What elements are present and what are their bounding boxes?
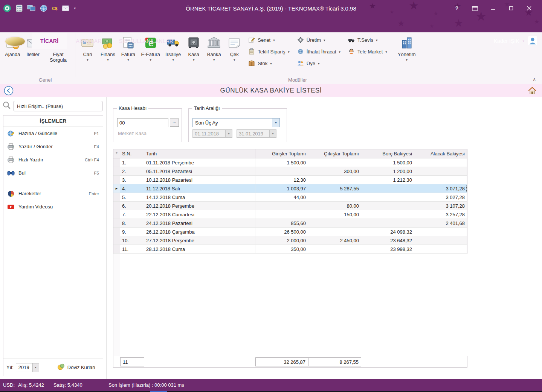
cell-cikis[interactable]: 150,00 [308, 210, 361, 219]
user-menu[interactable]: Kader IŞIK ▾ [494, 33, 537, 49]
row-selector[interactable] [113, 202, 120, 210]
ribbon-collapse-icon[interactable]: ∧ [533, 77, 536, 82]
cell-giris[interactable]: 26 500,00 [255, 228, 308, 236]
table-row[interactable]: 7.22.12.2018 Cumartesi150,003 257,28 [113, 210, 467, 219]
app-logo[interactable] [5, 36, 26, 47]
tab-araclar[interactable]: ARAÇLAR [67, 33, 110, 49]
tab-sik-kullanilanlar[interactable]: SIK KULLANILANLAR [110, 33, 182, 49]
kasa-hesabi-input[interactable] [117, 118, 168, 127]
date-from-field[interactable]: 01.11.2018 ▼ [192, 129, 232, 138]
ribbon-button-ithalat-ihracat[interactable]: İthalat İhracat ▾ [297, 48, 340, 55]
cell-cikis[interactable]: 80,00 [308, 202, 361, 210]
table-row[interactable]: 11.28.12.2018 Cuma350,0023 998,32 [113, 245, 467, 254]
cell-alacak[interactable] [414, 228, 467, 236]
cell-sn[interactable]: 1. [120, 158, 144, 167]
tab-ticari[interactable]: TİCARİ [32, 33, 67, 49]
cell-alacak[interactable] [414, 236, 467, 245]
cell-borc[interactable] [361, 219, 414, 227]
cell-sn[interactable]: 9. [120, 228, 144, 236]
row-selector[interactable]: ► [113, 184, 120, 193]
cell-sn[interactable]: 11. [120, 245, 144, 253]
row-selector[interactable] [113, 176, 120, 184]
table-row[interactable]: 2.05.11.2018 Pazartesi300,001 200,00 [113, 167, 467, 176]
cell-cikis[interactable]: 2 450,00 [308, 236, 361, 245]
cell-alacak[interactable]: 3 107,28 [414, 202, 467, 210]
sidebar-item-hazirla-guncelle[interactable]: Hazırla / Güncelle F1 [3, 127, 103, 140]
cell-tarih[interactable]: 14.12.2018 Cuma [144, 193, 255, 201]
cell-borc[interactable]: 23 648,32 [361, 236, 414, 245]
cell-sn[interactable]: 6. [120, 202, 144, 210]
cell-borc[interactable]: 1 500,00 [361, 158, 414, 167]
cell-tarih[interactable]: 10.12.2018 Pazartesi [144, 176, 255, 184]
cell-sn[interactable]: 5. [120, 193, 144, 201]
ribbon-button-tsevis[interactable]: T.Sevis ▾ [348, 36, 387, 44]
year-select[interactable]: 2019 ▾ [16, 363, 39, 372]
cell-cikis[interactable]: 300,00 [308, 167, 361, 175]
cell-cikis[interactable] [308, 176, 361, 184]
row-selector[interactable] [113, 219, 120, 227]
cell-tarih[interactable]: 28.12.2018 Cuma [144, 245, 255, 253]
cell-cikis[interactable]: 5 287,55 [308, 184, 361, 193]
cell-sn[interactable]: 8. [120, 219, 144, 227]
table-row[interactable]: 6.20.12.2018 Perşembe80,003 107,28 [113, 202, 467, 210]
cell-cikis[interactable] [308, 158, 361, 167]
sidebar-item-hizli-yazdir[interactable]: Hızlı Yazdır Ctrl+F4 [3, 153, 103, 166]
cell-alacak[interactable] [414, 167, 467, 175]
table-row[interactable]: 5.14.12.2018 Cuma44,003 027,28 [113, 193, 467, 202]
table-row[interactable]: 8.24.12.2018 Pazartesi855,602 401,68 [113, 219, 467, 228]
cell-sn[interactable]: 2. [120, 167, 144, 175]
cell-tarih[interactable]: 24.12.2018 Pazartesi [144, 219, 255, 227]
row-selector[interactable] [113, 228, 120, 236]
date-to-field[interactable]: 31.01.2019 ▼ [237, 129, 276, 138]
cell-alacak[interactable]: 2 401,68 [414, 219, 467, 227]
cell-giris[interactable] [255, 167, 308, 175]
ribbon-button-tele-market[interactable]: Tele Market ▾ [348, 48, 387, 55]
cell-giris[interactable]: 2 000,00 [255, 236, 308, 245]
header-tarih[interactable]: Tarih [144, 149, 255, 158]
kasa-browse-button[interactable]: ... [170, 119, 179, 127]
cell-cikis[interactable] [308, 193, 361, 201]
avatar[interactable] [528, 36, 537, 47]
header-cikis[interactable]: Çıkışlar Toplamı [308, 149, 361, 158]
row-selector[interactable] [113, 236, 120, 245]
cell-alacak[interactable] [414, 245, 467, 253]
ribbon-button-senet[interactable]: Senet ▾ [248, 36, 290, 44]
select-all-header[interactable]: * [113, 149, 120, 158]
window-mode-button[interactable] [466, 0, 484, 17]
cell-giris[interactable]: 855,60 [255, 219, 308, 227]
ribbon-button-yonetim[interactable]: Yönetim ▾ [395, 33, 418, 62]
sidebar-item-bul[interactable]: Bul F5 [3, 166, 103, 179]
cell-tarih[interactable]: 22.12.2018 Cumartesi [144, 210, 255, 219]
cell-tarih[interactable]: 05.11.2018 Pazartesi [144, 167, 255, 175]
ribbon-button-stok[interactable]: Stok ▾ [248, 59, 290, 67]
cell-sn[interactable]: 3. [120, 176, 144, 184]
cell-giris[interactable]: 1 003,97 [255, 184, 308, 193]
cell-alacak[interactable] [414, 176, 467, 184]
cell-cikis[interactable] [308, 219, 361, 227]
cell-sn[interactable]: 4. [120, 184, 144, 193]
cell-tarih[interactable]: 20.12.2018 Perşembe [144, 202, 255, 210]
cell-cikis[interactable] [308, 228, 361, 236]
cell-borc[interactable]: 24 098,32 [361, 228, 414, 236]
cell-sn[interactable]: 7. [120, 210, 144, 219]
doviz-kurlari-button[interactable]: Döviz Kurları [57, 363, 95, 372]
cell-tarih[interactable]: 11.12.2018 Salı [144, 184, 255, 193]
date-range-preset-select[interactable]: Son Üç Ay ▼ [192, 118, 280, 127]
cell-alacak[interactable]: 3 027,28 [414, 193, 467, 201]
cell-borc[interactable]: 1 212,30 [361, 176, 414, 184]
header-borc[interactable]: Borç Bakiyesi [361, 149, 414, 158]
cell-borc[interactable]: 1 200,00 [361, 167, 414, 175]
cell-alacak[interactable]: 3 257,28 [414, 210, 467, 219]
sidebar-item-yazdir-gonder[interactable]: Yazdır / Gönder F4 [3, 140, 103, 153]
table-row[interactable]: 1.01.11.2018 Perşembe1 500,001 500,00 [113, 158, 467, 167]
home-button[interactable] [528, 86, 537, 95]
back-button[interactable] [4, 86, 14, 96]
cell-borc[interactable] [361, 184, 414, 193]
table-row[interactable]: 3.10.12.2018 Pazartesi12,301 212,30 [113, 176, 467, 184]
search-input[interactable] [14, 101, 102, 111]
row-selector[interactable] [113, 245, 120, 253]
cell-giris[interactable]: 12,30 [255, 176, 308, 184]
row-selector[interactable] [113, 193, 120, 201]
cell-borc[interactable]: 23 998,32 [361, 245, 414, 253]
ribbon-button-uretim[interactable]: Üretim ▾ [297, 36, 340, 44]
